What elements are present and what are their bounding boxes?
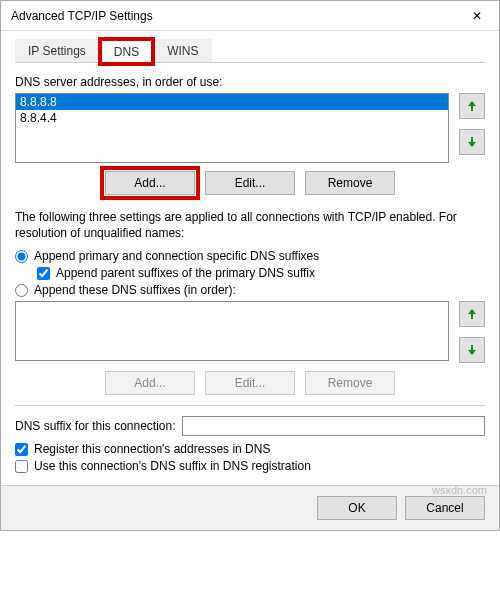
check-use-suffix-label: Use this connection's DNS suffix in DNS …	[34, 459, 311, 473]
arrow-up-icon	[466, 308, 478, 320]
tab-dns[interactable]: DNS	[101, 40, 152, 63]
check-register[interactable]	[15, 443, 28, 456]
check-use-suffix-row[interactable]: Use this connection's DNS suffix in DNS …	[15, 459, 485, 473]
radio-append-these-row[interactable]: Append these DNS suffixes (in order):	[15, 283, 485, 297]
suffix-connection-label: DNS suffix for this connection:	[15, 419, 176, 433]
dialog-window: Advanced TCP/IP Settings ✕ IP Settings D…	[0, 0, 500, 531]
check-append-parent-label: Append parent suffixes of the primary DN…	[56, 266, 315, 280]
tab-ip-settings[interactable]: IP Settings	[15, 39, 99, 62]
move-down-button[interactable]	[459, 129, 485, 155]
check-use-suffix[interactable]	[15, 460, 28, 473]
dns-suffix-listbox[interactable]	[15, 301, 449, 361]
dialog-buttons: OK Cancel	[1, 485, 499, 530]
check-register-label: Register this connection's addresses in …	[34, 442, 270, 456]
radio-append-primary-label: Append primary and connection specific D…	[34, 249, 319, 263]
cancel-button[interactable]: Cancel	[405, 496, 485, 520]
window-title: Advanced TCP/IP Settings	[11, 9, 153, 23]
radio-append-primary[interactable]	[15, 250, 28, 263]
watermark: wsxdn.com	[432, 484, 487, 496]
arrow-down-icon	[466, 344, 478, 356]
check-register-row[interactable]: Register this connection's addresses in …	[15, 442, 485, 456]
radio-append-these-label: Append these DNS suffixes (in order):	[34, 283, 236, 297]
dns-servers-listbox[interactable]: 8.8.8.8 8.8.4.4	[15, 93, 449, 163]
dns-servers-label: DNS server addresses, in order of use:	[15, 75, 485, 89]
titlebar: Advanced TCP/IP Settings ✕	[1, 1, 499, 31]
list-item[interactable]: 8.8.8.8	[16, 94, 448, 110]
info-text: The following three settings are applied…	[15, 209, 485, 241]
check-append-parent-row[interactable]: Append parent suffixes of the primary DN…	[37, 266, 485, 280]
radio-append-these[interactable]	[15, 284, 28, 297]
add-suffix-button: Add...	[105, 371, 195, 395]
suffix-move-up-button[interactable]	[459, 301, 485, 327]
remove-suffix-button: Remove	[305, 371, 395, 395]
move-up-button[interactable]	[459, 93, 485, 119]
close-icon: ✕	[472, 9, 482, 23]
separator	[15, 405, 485, 406]
suffix-move-down-button[interactable]	[459, 337, 485, 363]
add-dns-server-button[interactable]: Add...	[105, 171, 195, 195]
list-item[interactable]: 8.8.4.4	[16, 110, 448, 126]
arrow-down-icon	[466, 136, 478, 148]
remove-dns-server-button[interactable]: Remove	[305, 171, 395, 195]
arrow-up-icon	[466, 100, 478, 112]
suffix-connection-input[interactable]	[182, 416, 485, 436]
tab-wins[interactable]: WINS	[154, 39, 211, 62]
ok-button[interactable]: OK	[317, 496, 397, 520]
tab-strip: IP Settings DNS WINS	[15, 39, 485, 63]
edit-dns-server-button[interactable]: Edit...	[205, 171, 295, 195]
edit-suffix-button: Edit...	[205, 371, 295, 395]
close-button[interactable]: ✕	[454, 1, 499, 31]
check-append-parent[interactable]	[37, 267, 50, 280]
radio-append-primary-row[interactable]: Append primary and connection specific D…	[15, 249, 485, 263]
